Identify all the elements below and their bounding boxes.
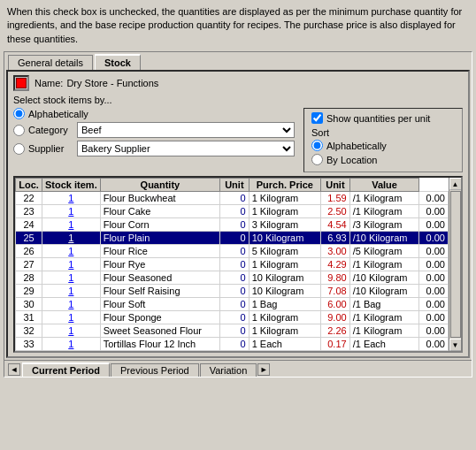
row-value: 0.00 xyxy=(419,258,449,271)
sort-by-location[interactable]: By Location xyxy=(311,154,455,165)
row-item: Flour Rice xyxy=(100,245,219,258)
row-punit: /1 Bag xyxy=(349,298,419,311)
stop-icon xyxy=(13,75,29,91)
table-container: Loc. Stock item. Quantity Unit Purch. Pr… xyxy=(13,176,463,353)
col-header-value: Value xyxy=(349,179,419,192)
row-price: 6.00 xyxy=(321,298,350,311)
col-header-price: Purch. Price xyxy=(249,179,321,192)
panel-body: Name: Dry Store - Functions Select stock… xyxy=(6,70,470,358)
row-unit: 1 Bag xyxy=(249,298,321,311)
table-row[interactable]: 24 1 Flour Corn 0 3 Kilogram 4.54 /3 Kil… xyxy=(16,218,449,232)
row-item: Flour Corn xyxy=(100,218,219,232)
table-row[interactable]: 33 1 Tortillas Flour 12 Inch 0 1 Each 0.… xyxy=(16,338,449,351)
row-price: 6.93 xyxy=(321,232,350,245)
row-value: 0.00 xyxy=(419,298,449,311)
tab-stock[interactable]: Stock xyxy=(95,54,141,70)
col-header-qty: Quantity xyxy=(100,179,219,192)
main-panel: General details Stock Name: Dry Store - … xyxy=(4,51,472,378)
row-price: 1.59 xyxy=(321,192,350,205)
sort-location-input[interactable] xyxy=(311,154,323,165)
row-value: 0.00 xyxy=(419,271,449,285)
row-loc: 1 xyxy=(42,192,101,205)
table-row[interactable]: 29 1 Flour Self Raising 0 10 Kilogram 7.… xyxy=(16,285,449,298)
radio-alphabetically[interactable]: Alphabetically xyxy=(13,108,295,119)
row-punit: /1 Kilogram xyxy=(349,205,419,218)
row-price: 4.54 xyxy=(321,218,350,232)
row-price: 9.80 xyxy=(321,271,350,285)
row-item: Flour Buckwheat xyxy=(100,192,219,205)
stop-inner xyxy=(16,78,27,88)
show-qty-checkbox[interactable] xyxy=(311,112,323,124)
tabs-row: General details Stock xyxy=(4,52,472,70)
row-qty: 0 xyxy=(220,258,250,271)
row-punit: /5 Kilogram xyxy=(349,245,419,258)
bottom-tab-current[interactable]: Current Period xyxy=(22,362,110,377)
scroll-down[interactable]: ▼ xyxy=(449,339,462,351)
supplier-select[interactable]: Bakery Supplier xyxy=(77,141,295,156)
row-loc: 1 xyxy=(42,324,101,338)
row-loc: 1 xyxy=(42,232,101,245)
row-unit: 1 Kilogram xyxy=(249,192,321,205)
table-row[interactable]: 22 1 Flour Buckwheat 0 1 Kilogram 1.59 /… xyxy=(16,192,449,205)
table-row[interactable]: 32 1 Sweet Seasoned Flour 0 1 Kilogram 2… xyxy=(16,324,449,338)
row-num: 30 xyxy=(16,298,42,311)
row-value: 0.00 xyxy=(419,245,449,258)
two-col-layout: Alphabetically Category Beef Supplier Ba… xyxy=(13,108,463,172)
table-row[interactable]: 30 1 Flour Soft 0 1 Bag 6.00 /1 Bag 0.00 xyxy=(16,298,449,311)
sort-label: Sort xyxy=(311,127,455,138)
row-item: Flour Sponge xyxy=(100,311,219,324)
radio-alphabetically-input[interactable] xyxy=(13,108,25,119)
row-price: 9.00 xyxy=(321,311,350,324)
row-qty: 0 xyxy=(220,205,250,218)
row-num: 25 xyxy=(16,232,42,245)
table-row[interactable]: 27 1 Flour Rye 0 1 Kilogram 4.29 /1 Kilo… xyxy=(16,258,449,271)
nav-left[interactable]: ◄ xyxy=(8,363,20,376)
row-unit: 5 Kilogram xyxy=(249,245,321,258)
row-unit: 1 Kilogram xyxy=(249,324,321,338)
scroll-up[interactable]: ▲ xyxy=(449,178,462,190)
bottom-tab-variation[interactable]: Variation xyxy=(200,363,257,377)
sort-alphabetically[interactable]: Alphabetically xyxy=(311,140,455,151)
radio-alphabetically-label: Alphabetically xyxy=(28,109,88,119)
table-row[interactable]: 26 1 Flour Rice 0 5 Kilogram 3.00 /5 Kil… xyxy=(16,245,449,258)
category-select[interactable]: Beef xyxy=(77,122,295,138)
sort-alpha-input[interactable] xyxy=(311,140,323,151)
radio-supplier-input[interactable] xyxy=(13,143,25,155)
row-num: 29 xyxy=(16,285,42,298)
col-header-punit: Unit xyxy=(321,179,350,192)
name-label: Name: xyxy=(35,78,63,88)
table-row[interactable]: 23 1 Flour Cake 0 1 Kilogram 2.50 /1 Kil… xyxy=(16,205,449,218)
radio-supplier-row[interactable]: Supplier Bakery Supplier xyxy=(13,141,295,156)
row-value: 0.00 xyxy=(419,285,449,298)
stock-table: Loc. Stock item. Quantity Unit Purch. Pr… xyxy=(15,178,449,351)
tab-general-details[interactable]: General details xyxy=(8,55,93,70)
col-header-unit: Unit xyxy=(220,179,250,192)
radio-category-input[interactable] xyxy=(13,125,25,136)
bottom-tab-previous[interactable]: Previous Period xyxy=(111,363,199,377)
table-row[interactable]: 25 1 Flour Plain 0 10 Kilogram 6.93 /10 … xyxy=(16,232,449,245)
table-row[interactable]: 28 1 Flour Seasoned 0 10 Kilogram 9.80 /… xyxy=(16,271,449,285)
row-item: Flour Plain xyxy=(100,232,219,245)
info-text: When this check box is unchecked, the qu… xyxy=(0,0,476,50)
row-unit: 1 Kilogram xyxy=(249,205,321,218)
radio-category-row[interactable]: Category Beef xyxy=(13,122,295,138)
row-num: 23 xyxy=(16,205,42,218)
row-item: Flour Self Raising xyxy=(100,285,219,298)
row-num: 27 xyxy=(16,258,42,271)
show-qty-row[interactable]: Show quantities per unit xyxy=(311,112,455,124)
scrollbar[interactable]: ▲ ▼ xyxy=(449,178,461,351)
row-value: 0.00 xyxy=(419,192,449,205)
table-row[interactable]: 31 1 Flour Sponge 0 1 Kilogram 9.00 /1 K… xyxy=(16,311,449,324)
row-loc: 1 xyxy=(42,311,101,324)
left-col: Alphabetically Category Beef Supplier Ba… xyxy=(13,108,295,172)
nav-right[interactable]: ► xyxy=(257,363,270,376)
row-qty: 0 xyxy=(220,271,250,285)
sort-alpha-label: Alphabetically xyxy=(326,141,387,151)
row-qty: 0 xyxy=(220,298,250,311)
row-item: Sweet Seasoned Flour xyxy=(100,324,219,338)
row-qty: 0 xyxy=(220,311,250,324)
row-qty: 0 xyxy=(220,285,250,298)
row-qty: 0 xyxy=(220,218,250,232)
row-value: 0.00 xyxy=(419,232,449,245)
row-punit: /1 Kilogram xyxy=(349,258,419,271)
